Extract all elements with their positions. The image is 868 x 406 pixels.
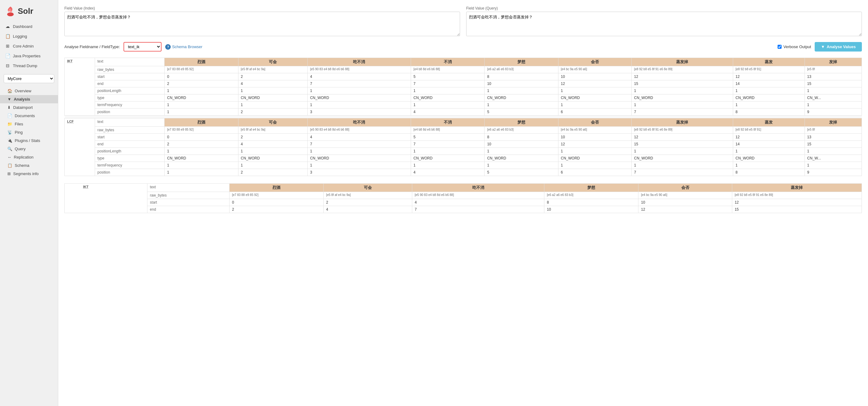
- dataimport-icon: ⬇: [7, 105, 11, 110]
- field-value-row: Field Value (Index) 烈酒可会吃不消，梦想会否蒸发掉？ Fie…: [64, 6, 862, 37]
- overview-icon: 🏠: [7, 89, 12, 93]
- core-selector[interactable]: MyCore: [4, 74, 54, 83]
- ikt-token-发掉: 发掉: [805, 58, 862, 66]
- sidebar-item-label: Java Properties: [13, 54, 40, 58]
- core-nav: 🏠 Overview ▼ Analysis ⬇ Dataimport 📄 Doc…: [0, 86, 58, 179]
- ikt-token-可会: 可会: [238, 58, 307, 66]
- lcf-field-raw-bytes: raw_bytes: [95, 127, 164, 134]
- sidebar-item-dashboard[interactable]: ☁ Dashboard: [0, 22, 58, 31]
- core-nav-label: Dataimport: [13, 105, 33, 110]
- field-value-index-textarea[interactable]: 烈酒可会吃不消，梦想会否蒸发掉？: [64, 12, 460, 36]
- ikt-field-text: text: [95, 58, 164, 66]
- core-nav-item-files[interactable]: 📁 Files: [0, 120, 58, 128]
- documents-icon: 📄: [7, 113, 12, 118]
- plugins-icon: 🔌: [7, 138, 12, 143]
- core-nav-item-query[interactable]: 🔍 Query: [0, 145, 58, 153]
- segments-icon: ⊞: [7, 171, 11, 176]
- verbose-output-label: Verbose Output: [783, 45, 811, 49]
- lcf-token-发掉: 发掉: [805, 118, 862, 127]
- lcf-termfrequency-row: termFrequency 1 1 1 1 1 1 1 1 1: [65, 162, 862, 169]
- ikt-end-row: end 2 4 7 7 10 12 15 14 15: [65, 80, 862, 87]
- lcf-type-row: type CN_WORD CN_WORD CN_WORD CN_WORD CN_…: [65, 155, 862, 162]
- sidebar-item-logging[interactable]: 📋 Logging: [0, 31, 58, 41]
- sidebar-item-label: Core Admin: [13, 44, 34, 49]
- bottom-section: IKT text 烈酒 可会 吃不消 梦想 会否 蒸发掉 raw_bytes […: [64, 183, 862, 213]
- dashboard-icon: ☁: [5, 24, 10, 29]
- lcf-label: LCF: [65, 118, 95, 176]
- lcf-positionlength-row: positionLength 1 1 1 1 1 1 1 1 1: [65, 148, 862, 155]
- logging-icon: 📋: [5, 33, 10, 39]
- files-icon: 📁: [7, 122, 12, 126]
- sidebar-item-thread-dump[interactable]: ⊟ Thread Dump: [0, 61, 58, 70]
- lcf-token-梦想: 梦想: [485, 118, 558, 127]
- lcf-token-可会: 可会: [238, 118, 307, 127]
- core-nav-item-dataimport[interactable]: ⬇ Dataimport: [0, 103, 58, 112]
- lcf-token-会否: 会否: [558, 118, 631, 127]
- ikt-field-type: type: [95, 94, 164, 102]
- bottom-field-text: text: [148, 184, 229, 192]
- bottom-raw-bytes-row: raw_bytes [e7 83 88 e9 85 92] [e5 8f af …: [65, 192, 862, 199]
- schema-browser-label: Schema Browser: [172, 45, 202, 49]
- ikt-bytes-不消: [e4 b8 8d e6 b6 88]: [411, 66, 485, 73]
- core-nav-label: Overview: [15, 89, 31, 93]
- core-nav-label: Segments info: [13, 171, 39, 176]
- sidebar-item-java-properties[interactable]: 📄 Java Properties: [0, 51, 58, 61]
- analyse-btn-label: Analyse Values: [827, 45, 856, 49]
- analysis-table-wrapper: IKT text 烈酒 可会 吃不消 不消 梦想 会否 蒸发掉 蒸发 发掉 ra…: [64, 58, 862, 176]
- core-nav-item-schema[interactable]: 📋 Schema: [0, 161, 58, 170]
- core-nav-item-ping[interactable]: 📡 Ping: [0, 128, 58, 137]
- fieldtype-select[interactable]: text_ik: [124, 42, 161, 51]
- lcf-text-row: LCF text 烈酒 可会 吃不消 不消 梦想 会否 蒸发掉 蒸发 发掉: [65, 118, 862, 127]
- core-select-dropdown[interactable]: MyCore: [4, 74, 54, 83]
- ikt-token-会否: 会否: [558, 58, 631, 66]
- ikt-bytes-蒸发: [e8 92 b8 e5 8f 91]: [733, 66, 805, 73]
- lcf-token-吃不消: 吃不消: [307, 118, 411, 127]
- core-nav-item-documents[interactable]: 📄 Documents: [0, 112, 58, 120]
- core-nav-label: Plugins / Stats: [15, 138, 40, 143]
- ikt-bytes-发掉: [e5 8f: [805, 66, 862, 73]
- analysis-section: IKT text 烈酒 可会 吃不消 不消 梦想 会否 蒸发掉 蒸发 发掉 ra…: [64, 58, 862, 176]
- ikt-positionlength-row: positionLength 1 1 1 1 1 1 1 1 1: [65, 87, 862, 94]
- core-nav-label: Replication: [14, 155, 33, 160]
- ikt-field-end: end: [95, 80, 164, 87]
- core-admin-icon: ⊞: [5, 43, 10, 49]
- query-icon: 🔍: [7, 147, 12, 151]
- core-nav-label: Analysis: [14, 97, 30, 102]
- sidebar-item-label: Thread Dump: [13, 63, 37, 68]
- analyse-values-button[interactable]: ▼ Analyse Values: [815, 42, 862, 52]
- solr-logo-text: Solr: [18, 6, 33, 16]
- core-nav-item-plugins-stats[interactable]: 🔌 Plugins / Stats: [0, 137, 58, 145]
- ikt-field-position: position: [95, 109, 164, 116]
- schema-browser-link[interactable]: ? Schema Browser: [165, 44, 202, 50]
- field-value-query-textarea[interactable]: 烈酒可会吃不消，梦想会否蒸发掉？: [466, 12, 862, 36]
- verbose-output-checkbox[interactable]: [778, 45, 781, 49]
- sidebar-item-label: Dashboard: [13, 24, 32, 29]
- ikt-bytes-会否: [e4 bc 9a e5 90 a6]: [558, 66, 631, 73]
- thread-dump-icon: ⊟: [5, 63, 10, 68]
- lcf-start-row: start 0 2 4 5 8 10 12 12 13: [65, 134, 862, 141]
- schema-icon: 📋: [7, 163, 12, 168]
- core-nav-item-overview[interactable]: 🏠 Overview: [0, 87, 58, 95]
- field-value-query-label: Field Value (Query): [466, 6, 862, 10]
- core-nav-label: Files: [15, 122, 23, 126]
- bottom-ikt-label: IKT: [65, 184, 148, 213]
- ping-icon: 📡: [7, 130, 12, 135]
- ikt-field-start: start: [95, 73, 164, 80]
- ikt-token-烈酒: 烈酒: [164, 58, 238, 66]
- ikt-token-吃不消: 吃不消: [307, 58, 411, 66]
- lcf-token-蒸发掉: 蒸发掉: [631, 118, 733, 127]
- sidebar-item-core-admin[interactable]: ⊞ Core Admin: [0, 41, 58, 51]
- replication-icon: ↔: [7, 155, 11, 160]
- core-nav-item-analysis[interactable]: ▼ Analysis: [0, 95, 58, 103]
- toolbar-row: Analyse Fieldname / FieldType: text_ik ?…: [64, 42, 862, 52]
- core-nav-label: Documents: [15, 113, 35, 118]
- analysis-icon: ▼: [7, 97, 11, 102]
- ikt-analysis-table: IKT text 烈酒 可会 吃不消 不消 梦想 会否 蒸发掉 蒸发 发掉 ra…: [64, 58, 862, 176]
- svg-point-0: [7, 12, 14, 17]
- ikt-token-不消: 不消: [411, 58, 485, 66]
- solr-logo: Solr: [5, 5, 33, 17]
- core-nav-item-segments-info[interactable]: ⊞ Segments info: [0, 170, 58, 178]
- core-nav-item-replication[interactable]: ↔ Replication: [0, 153, 58, 161]
- main-content: Field Value (Index) 烈酒可会吃不消，梦想会否蒸发掉？ Fie…: [58, 0, 868, 406]
- logo-area: Solr: [0, 0, 58, 20]
